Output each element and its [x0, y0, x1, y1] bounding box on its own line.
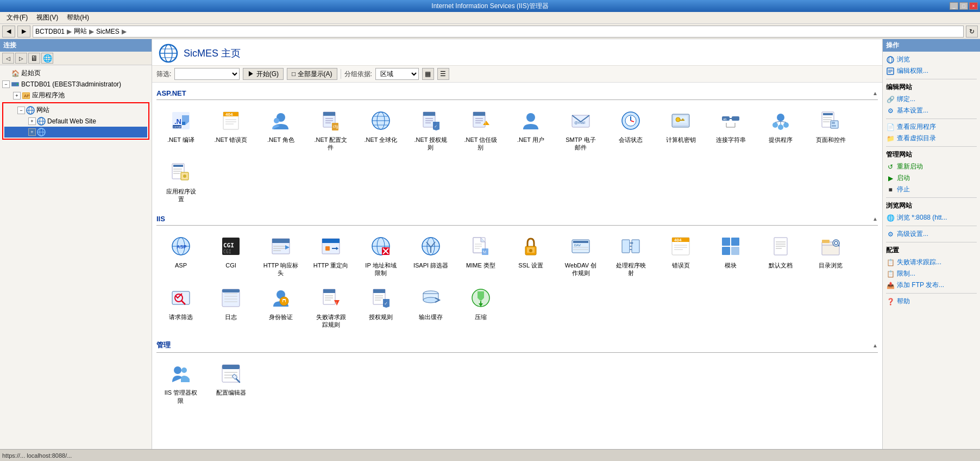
view-app-link[interactable]: 📄 查看应用程序 — [886, 121, 977, 133]
svg-point-78 — [772, 122, 778, 128]
icon-error-pages[interactable]: 404 错误页 — [656, 230, 705, 281]
icon-app-settings[interactable]: 应用程序设置 — [156, 156, 205, 207]
close-button[interactable]: × — [969, 2, 978, 10]
show-all-button[interactable]: □ 全部显示(A) — [287, 68, 337, 80]
section-iis-header[interactable]: IIS ▲ — [156, 213, 878, 226]
tree-item-apppool[interactable]: + AP 应用程序池 — [0, 90, 152, 101]
icon-modules[interactable]: 模块 — [706, 230, 755, 281]
config-title: 配置 — [886, 246, 977, 255]
sicmes-expand[interactable]: + — [28, 128, 36, 136]
default-site-expand[interactable]: + — [28, 117, 36, 125]
icon-http-redirect[interactable]: HTTP 重定向 — [306, 230, 355, 281]
tree-item-sicmes[interactable]: + — [4, 127, 147, 138]
restart-link[interactable]: ↺ 重新启动 — [886, 161, 977, 172]
stop-link[interactable]: ■ 停止 — [886, 184, 977, 195]
server-expand[interactable]: − — [2, 80, 10, 88]
ftp-icon: 📤 — [886, 281, 895, 290]
icon-net-auth[interactable]: ✓ .NET 授权规则 — [406, 104, 455, 155]
icon-smtp[interactable]: @mail SMTP 电子邮件 — [556, 104, 605, 155]
icon-failed-req[interactable]: ! 失败请求跟踪规则 — [306, 282, 355, 332]
tree-item-sites[interactable]: − 网站 — [4, 104, 147, 116]
action-sep-1 — [886, 79, 977, 79]
start-link[interactable]: ▶ 启动 — [886, 172, 977, 184]
icon-machine-key[interactable]: 计算机密钥 — [656, 104, 705, 155]
failed-trace-link[interactable]: 📋 失败请求跟踪... — [886, 257, 977, 268]
sidebar-nav-forward[interactable]: ▷ — [15, 53, 27, 64]
ftp-publish-link[interactable]: 📤 添加 FTP 发布... — [886, 279, 977, 291]
icon-net-trust[interactable]: ! .NET 信任级别 — [456, 104, 505, 155]
icon-net-config[interactable]: cfg .NET 配置文件 — [306, 104, 355, 155]
tree-item-default-site[interactable]: + Default Web Site — [4, 116, 147, 127]
refresh-button[interactable]: ↻ — [966, 26, 978, 38]
section-manage-header[interactable]: 管理 ▲ — [156, 338, 878, 353]
menu-help[interactable]: 帮助(H) — [62, 12, 93, 23]
icon-output-cache[interactable]: 输出缓存 — [406, 282, 455, 332]
start-filter-button[interactable]: ▶ 开始(G) — [243, 68, 284, 80]
svg-line-81 — [775, 121, 781, 122]
view-toggle-button[interactable]: ▦ — [422, 68, 434, 80]
advanced-settings-link[interactable]: ⚙ 高级设置... — [886, 228, 977, 240]
icon-config-editor[interactable]: 配置编辑器 — [206, 357, 255, 408]
icon-webdav[interactable]: DAV WebDAV 创作规则 — [556, 230, 605, 281]
icon-req-filter[interactable]: 请求筛选 — [156, 282, 205, 332]
icon-net-error[interactable]: 404 .NET 错误页 — [206, 104, 255, 155]
window-controls[interactable]: _ □ × — [950, 2, 978, 10]
minimize-button[interactable]: _ — [950, 2, 958, 10]
filter-select[interactable] — [174, 68, 240, 80]
icon-ssl[interactable]: SSL 设置 — [506, 230, 555, 281]
icon-authz[interactable]: ✓ 授权规则 — [356, 282, 405, 332]
icon-net-global[interactable]: .NET 全球化 — [356, 104, 405, 155]
icon-compress[interactable]: 压缩 — [456, 282, 505, 332]
address-path[interactable]: BCTDB01 ▶ 网站 ▶ SicMES ▶ — [33, 26, 964, 38]
limit-link[interactable]: 📋 限制... — [886, 268, 977, 279]
icon-net-compile[interactable]: .N compile .NET 编译 — [156, 104, 205, 155]
help-link[interactable]: ❓ 帮助 — [886, 296, 977, 307]
icon-cgi[interactable]: CGI CGI CGI — [206, 230, 255, 281]
icon-net-role[interactable]: .NET 角色 — [256, 104, 305, 155]
icon-connection-string[interactable]: ab 连接字符串 — [706, 104, 755, 155]
icon-logging[interactable]: 日志 — [206, 282, 255, 332]
maximize-button[interactable]: □ — [959, 2, 968, 10]
back-button[interactable]: ◀ — [2, 26, 15, 38]
icon-session[interactable]: 会话状态 — [606, 104, 655, 155]
tree-item-startpage[interactable]: 🏠 起始页 — [0, 67, 152, 79]
menu-view[interactable]: 视图(V) — [32, 12, 62, 23]
icon-isapi-filter[interactable]: ISAPI 篩选器 — [406, 230, 455, 281]
icon-http-response[interactable]: HTTP 响应标头 — [256, 230, 305, 281]
icon-auth[interactable]: 身份验证 — [256, 282, 305, 332]
edit-permissions-link[interactable]: 编辑权限... — [886, 65, 977, 77]
group-select[interactable]: 区域 — [375, 68, 419, 80]
path-sicmes[interactable]: SicMES — [96, 28, 120, 35]
bind-link[interactable]: 🔗 绑定... — [886, 94, 977, 105]
icon-dir-browse[interactable]: 目录浏览 — [806, 230, 855, 281]
icon-pages-controls[interactable]: 页面和控件 — [806, 104, 855, 155]
browse-link[interactable]: 浏览 — [886, 54, 977, 65]
sites-expand[interactable]: − — [17, 107, 25, 114]
browse-port-link[interactable]: 🌐 浏览 *:8088 (htt... — [886, 212, 977, 223]
path-server[interactable]: BCTDB01 — [35, 28, 65, 35]
icon-ip-restrict[interactable]: IP 地址和域限制 — [356, 230, 405, 281]
path-sites[interactable]: 网站 — [74, 27, 87, 36]
apppool-expand[interactable]: + — [13, 92, 21, 99]
icon-mime[interactable]: M MIME 类型 — [456, 230, 505, 281]
menu-file[interactable]: 文件(F) — [2, 12, 32, 23]
icon-asp[interactable]: ASP ASP — [156, 230, 205, 281]
section-aspnet-header[interactable]: ASP.NET ▲ — [156, 87, 878, 100]
basic-settings-icon: ⚙ — [886, 107, 895, 115]
sidebar-nav-back[interactable]: ◁ — [2, 53, 14, 64]
sidebar-new-server[interactable]: 🖥 — [28, 53, 40, 64]
content-area: SicMES 主页 筛选: ▶ 开始(G) □ 全部显示(A) 分组依据: 区域… — [152, 39, 882, 449]
tree-item-server[interactable]: − BCTDB01 (EBEST3\administrator) — [0, 79, 152, 90]
view-vdir-link[interactable]: 📁 查看虚拟目录 — [886, 133, 977, 144]
forward-button[interactable]: ▶ — [17, 26, 30, 38]
view-list-button[interactable]: ☰ — [437, 68, 449, 80]
icon-providers[interactable]: 提供程序 — [756, 104, 805, 155]
basic-settings-link[interactable]: ⚙ 基本设置... — [886, 105, 977, 116]
sidebar-connect[interactable]: 🌐 — [41, 53, 53, 64]
icon-handler-map[interactable]: 处理程序映射 — [606, 230, 655, 281]
svg-rect-159 — [822, 240, 830, 243]
icon-iis-mgr-rights[interactable]: IIS 管理器权限 — [156, 357, 205, 408]
icon-net-user[interactable]: .NET 用户 — [506, 104, 555, 155]
handler-map-icon — [618, 233, 644, 259]
icon-default-doc[interactable]: 默认文档 — [756, 230, 805, 281]
